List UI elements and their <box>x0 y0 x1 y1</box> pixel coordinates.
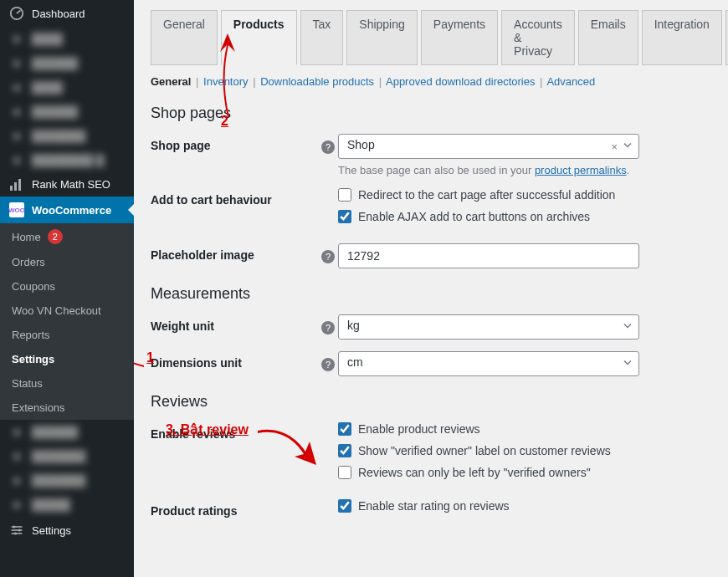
checkbox-label: Show "verified owner" label on customer … <box>358 444 611 457</box>
placeholder-image-input[interactable] <box>338 243 639 268</box>
active-pointer-icon <box>128 203 134 217</box>
sidebar-item-label: Settings <box>32 524 71 537</box>
shop-page-select[interactable]: Shop <box>338 134 639 159</box>
section-shop-pages: Shop pages <box>151 105 711 122</box>
shop-page-note: The base page can also be used in your p… <box>338 164 639 176</box>
svg-point-7 <box>13 525 15 528</box>
sidebar-item-obscured[interactable]: ■██████ <box>0 51 134 75</box>
section-reviews: Reviews <box>151 393 711 411</box>
submenu-item-reports[interactable]: Reports <box>0 323 134 347</box>
svg-rect-3 <box>18 179 21 191</box>
subtab-inventory[interactable]: Inventory <box>203 75 248 88</box>
main-content: General Products Tax Shipping Payments A… <box>134 0 728 577</box>
tab-tax[interactable]: Tax <box>300 10 344 65</box>
tab-products[interactable]: Products <box>221 10 297 65</box>
svg-point-8 <box>18 528 21 531</box>
subtab-general[interactable]: General <box>151 75 191 88</box>
sidebar-item-obscured[interactable]: ■████████ █ <box>0 148 134 172</box>
submenu-label: Home <box>12 231 41 243</box>
enable-star-rating-checkbox[interactable] <box>338 499 351 513</box>
sidebar-item-obscured[interactable]: ■██████ <box>0 100 134 124</box>
settings-icon <box>8 523 25 537</box>
tab-general[interactable]: General <box>151 10 218 65</box>
help-icon[interactable]: ? <box>321 358 335 371</box>
submenu-label: Extensions <box>12 401 65 414</box>
label-weight-unit: Weight unit <box>151 314 318 333</box>
sidebar-item-obscured[interactable]: ■████ <box>0 27 134 51</box>
submenu-label: Status <box>12 377 43 390</box>
settings-tabs: General Products Tax Shipping Payments A… <box>151 10 711 65</box>
submenu-item-status[interactable]: Status <box>0 371 134 396</box>
svg-rect-2 <box>14 182 17 191</box>
subtab-advanced[interactable]: Advanced <box>546 75 595 88</box>
tab-shipping[interactable]: Shipping <box>346 10 418 65</box>
submenu-label: Reports <box>12 329 50 341</box>
sidebar-item-obscured[interactable]: ■█████ <box>0 493 134 517</box>
help-icon[interactable]: ? <box>321 250 335 263</box>
submenu-item-orders[interactable]: Orders <box>0 250 134 274</box>
annotation-arrow-1 <box>134 353 144 380</box>
sidebar-item-obscured[interactable]: ■████ <box>0 75 134 100</box>
submenu-item-home[interactable]: Home 2 <box>0 223 134 250</box>
label-shop-page: Shop page <box>151 134 318 152</box>
dashboard-icon <box>8 6 25 21</box>
only-verified-owners-checkbox[interactable] <box>338 466 351 479</box>
sidebar-item-obscured[interactable]: ■███████ <box>0 468 134 493</box>
label-placeholder-image: Placeholder image <box>151 243 318 262</box>
sidebar-item-rankmath[interactable]: Rank Math SEO <box>0 172 134 197</box>
checkbox-label: Enable product reviews <box>358 422 480 436</box>
label-enable-reviews: Enable reviews <box>151 422 318 441</box>
tab-emails[interactable]: Emails <box>578 10 638 65</box>
checkbox-label: Enable star rating on reviews <box>358 499 510 513</box>
chart-icon <box>8 179 25 191</box>
checkbox-label: Redirect to the cart page after successf… <box>358 188 615 202</box>
submenu-item-coupons[interactable]: Coupons <box>0 274 134 299</box>
sidebar-item-label: Rank Math SEO <box>32 178 110 191</box>
section-measurements: Measurements <box>151 285 711 303</box>
settings-subtabs: General | Inventory | Downloadable produ… <box>151 75 711 88</box>
label-dimensions-unit: Dimensions unit <box>151 351 318 370</box>
label-product-ratings: Product ratings <box>151 499 318 518</box>
show-verified-owner-checkbox[interactable] <box>338 444 351 457</box>
sidebar-item-label: WooCommerce <box>32 204 111 217</box>
clear-icon[interactable]: × <box>611 140 618 153</box>
submenu-label: Woo VN Checkout <box>12 304 101 317</box>
submenu-item-extensions[interactable]: Extensions <box>0 396 134 420</box>
woocommerce-icon: WOO <box>8 202 25 217</box>
subtab-downloadable[interactable]: Downloadable products <box>260 75 374 88</box>
submenu-label: Coupons <box>12 280 55 293</box>
enable-product-reviews-checkbox[interactable] <box>338 422 351 436</box>
checkbox-label: Reviews can only be left by "verified ow… <box>358 466 591 479</box>
submenu-label: Settings <box>12 353 54 365</box>
product-permalinks-link[interactable]: product permalinks <box>535 164 627 176</box>
help-icon[interactable]: ? <box>321 140 335 154</box>
sidebar-item-label: Dashboard <box>32 8 85 20</box>
tab-payments[interactable]: Payments <box>421 10 498 65</box>
submenu-item-settings[interactable]: Settings <box>0 347 134 371</box>
checkbox-label: Enable AJAX add to cart buttons on archi… <box>358 210 590 223</box>
svg-point-9 <box>14 532 17 534</box>
dimensions-unit-select[interactable]: cm <box>338 351 639 376</box>
sidebar-item-dashboard[interactable]: Dashboard <box>0 0 134 27</box>
help-icon[interactable]: ? <box>321 321 335 334</box>
tab-accounts[interactable]: Accounts & Privacy <box>501 10 575 65</box>
sidebar-item-settings-bottom[interactable]: Settings <box>0 517 134 543</box>
home-badge: 2 <box>48 229 63 244</box>
subtab-approved-dirs[interactable]: Approved download directories <box>386 75 536 88</box>
admin-sidebar: Dashboard ■████ ■██████ ■████ ■██████ ■█… <box>0 0 134 577</box>
weight-unit-select[interactable]: kg <box>338 314 639 340</box>
sidebar-item-obscured[interactable]: ■███████ <box>0 124 134 148</box>
redirect-cart-checkbox[interactable] <box>338 188 351 202</box>
sidebar-item-obscured[interactable]: ■██████ <box>0 420 134 444</box>
sidebar-item-woocommerce[interactable]: WOO WooCommerce <box>0 197 134 223</box>
label-add-to-cart: Add to cart behaviour <box>151 188 318 207</box>
svg-rect-1 <box>10 186 13 191</box>
submenu-label: Orders <box>12 256 45 268</box>
sidebar-item-obscured[interactable]: ■███████ <box>0 444 134 468</box>
woocommerce-submenu: Home 2 Orders Coupons Woo VN Checkout Re… <box>0 223 134 420</box>
submenu-item-woovn[interactable]: Woo VN Checkout <box>0 299 134 323</box>
enable-ajax-checkbox[interactable] <box>338 210 351 223</box>
tab-integration[interactable]: Integration <box>642 10 722 65</box>
